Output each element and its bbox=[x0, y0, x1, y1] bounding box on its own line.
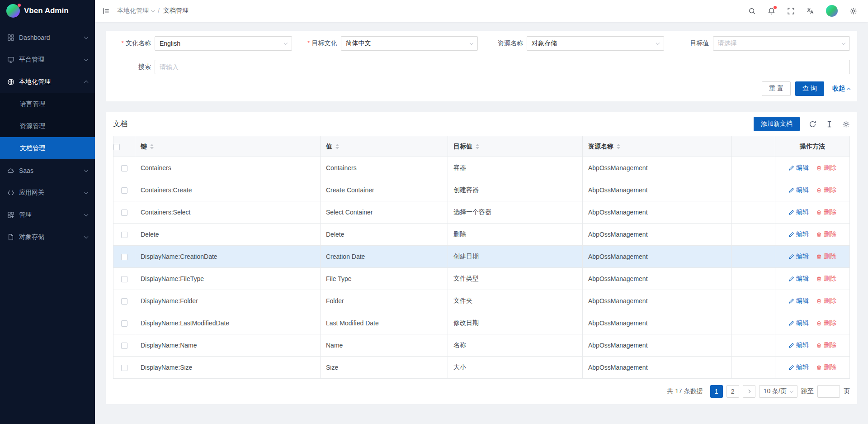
sort-desc-icon[interactable] bbox=[476, 147, 479, 149]
cell-value: Create Container bbox=[321, 179, 448, 201]
delete-button[interactable]: 删除 bbox=[816, 341, 836, 349]
edit-button[interactable]: 编辑 bbox=[788, 252, 809, 261]
row-checkbox[interactable] bbox=[121, 232, 127, 238]
settings-gear-icon[interactable] bbox=[849, 7, 857, 15]
sort-desc-icon[interactable] bbox=[150, 147, 154, 149]
delete-button[interactable]: 删除 bbox=[816, 275, 836, 283]
sort-icon[interactable] bbox=[476, 144, 479, 149]
sidebar-item-gateway[interactable]: 应用网关 bbox=[0, 181, 95, 204]
culture-name-select[interactable]: English bbox=[155, 36, 292, 51]
sidebar-item-localization[interactable]: 本地化管理 bbox=[0, 71, 95, 93]
cell-empty bbox=[732, 157, 775, 179]
fullscreen-icon[interactable] bbox=[787, 7, 795, 15]
edit-button[interactable]: 编辑 bbox=[788, 297, 809, 305]
sidebar-item-document-management[interactable]: 文档管理 bbox=[0, 137, 95, 159]
delete-button[interactable]: 删除 bbox=[816, 252, 836, 261]
sort-asc-icon[interactable] bbox=[150, 144, 154, 146]
target-culture-select[interactable]: 简体中文 bbox=[341, 36, 478, 51]
resource-name-select[interactable]: 对象存储 bbox=[527, 36, 664, 51]
edit-button[interactable]: 编辑 bbox=[788, 341, 809, 349]
filter-field-target-value: 目标值 请选择 bbox=[671, 36, 850, 51]
row-checkbox[interactable] bbox=[121, 276, 127, 282]
column-header-resource[interactable]: 资源名称 bbox=[583, 136, 732, 157]
delete-button[interactable]: 删除 bbox=[816, 186, 836, 194]
page-size-select[interactable]: 10 条/页 bbox=[759, 385, 797, 398]
row-checkbox[interactable] bbox=[121, 187, 127, 194]
sidebar-item-platform[interactable]: 平台管理 bbox=[0, 48, 95, 71]
target-value-select[interactable]: 请选择 bbox=[713, 36, 850, 51]
sort-icon[interactable] bbox=[150, 144, 154, 149]
edit-button[interactable]: 编辑 bbox=[788, 363, 809, 372]
table-row: ContainersContainers容器AbpOssManagement编辑… bbox=[113, 157, 850, 179]
edit-button[interactable]: 编辑 bbox=[788, 164, 809, 172]
cell-target-value: 名称 bbox=[448, 334, 583, 357]
add-document-button[interactable]: 添加新文档 bbox=[754, 117, 800, 131]
search-icon[interactable] bbox=[748, 7, 756, 15]
row-checkbox[interactable] bbox=[121, 210, 127, 216]
delete-button[interactable]: 删除 bbox=[816, 230, 836, 238]
jump-page-input[interactable] bbox=[817, 385, 840, 398]
cell-target-value: 删除 bbox=[448, 224, 583, 246]
delete-button[interactable]: 删除 bbox=[816, 363, 836, 372]
target-culture-label: 目标文化 bbox=[299, 39, 341, 48]
row-checkbox[interactable] bbox=[121, 298, 127, 305]
query-button[interactable]: 查 询 bbox=[795, 81, 824, 96]
row-checkbox[interactable] bbox=[121, 320, 127, 327]
breadcrumb-parent[interactable]: 本地化管理 bbox=[117, 7, 154, 15]
translate-icon[interactable] bbox=[807, 7, 814, 15]
row-height-icon[interactable] bbox=[826, 120, 833, 128]
next-page-button[interactable] bbox=[743, 385, 755, 398]
row-checkbox[interactable] bbox=[121, 365, 127, 371]
sidebar-item-label: Saas bbox=[19, 167, 80, 174]
search-input[interactable] bbox=[155, 60, 850, 74]
delete-button[interactable]: 删除 bbox=[816, 297, 836, 305]
delete-button[interactable]: 删除 bbox=[816, 208, 836, 216]
avatar[interactable] bbox=[826, 5, 838, 17]
sort-icon[interactable] bbox=[617, 144, 620, 149]
edit-button[interactable]: 编辑 bbox=[788, 208, 809, 216]
table-row: DisplayName:CreationDateCreation Date创建日… bbox=[113, 246, 850, 268]
row-checkbox[interactable] bbox=[121, 165, 127, 172]
app-logo[interactable]: Vben Admin bbox=[0, 0, 95, 22]
sort-desc-icon[interactable] bbox=[617, 147, 620, 149]
menu-fold-icon[interactable] bbox=[102, 7, 110, 15]
sidebar-item-object-storage[interactable]: 对象存储 bbox=[0, 226, 95, 248]
sort-asc-icon[interactable] bbox=[335, 144, 339, 146]
sidebar-item-saas[interactable]: Saas bbox=[0, 159, 95, 181]
notification-bell-icon[interactable] bbox=[768, 7, 775, 15]
sidebar-item-management[interactable]: 管理 bbox=[0, 204, 95, 226]
column-header-target-value[interactable]: 目标值 bbox=[448, 136, 583, 157]
column-label: 操作方法 bbox=[800, 143, 825, 150]
delete-button[interactable]: 删除 bbox=[816, 164, 836, 172]
edit-button[interactable]: 编辑 bbox=[788, 275, 809, 283]
refresh-icon[interactable] bbox=[809, 120, 816, 128]
sidebar-item-language-management[interactable]: 语言管理 bbox=[0, 93, 95, 115]
cell-target-value: 文件类型 bbox=[448, 268, 583, 290]
column-header-value[interactable]: 值 bbox=[321, 136, 448, 157]
sort-asc-icon[interactable] bbox=[617, 144, 620, 146]
row-checkbox[interactable] bbox=[121, 254, 127, 260]
sort-asc-icon[interactable] bbox=[476, 144, 479, 146]
select-all-checkbox[interactable] bbox=[113, 144, 120, 150]
edit-button[interactable]: 编辑 bbox=[788, 230, 809, 238]
page-button-2[interactable]: 2 bbox=[726, 385, 739, 398]
cell-empty bbox=[732, 290, 775, 312]
column-settings-gear-icon[interactable] bbox=[842, 120, 850, 128]
page-button-1[interactable]: 1 bbox=[710, 385, 723, 398]
filter-actions: 重 置 查 询 收起 bbox=[113, 81, 850, 96]
row-checkbox[interactable] bbox=[121, 343, 127, 349]
sidebar-item-label: 语言管理 bbox=[20, 100, 45, 108]
edit-button[interactable]: 编辑 bbox=[788, 186, 809, 194]
column-header-key[interactable]: 键 bbox=[135, 136, 321, 157]
edit-button[interactable]: 编辑 bbox=[788, 319, 809, 327]
column-header-empty bbox=[732, 136, 775, 157]
sidebar-item-dashboard[interactable]: Dashboard bbox=[0, 26, 95, 48]
chevron-down-icon bbox=[84, 34, 89, 39]
sort-desc-icon[interactable] bbox=[335, 147, 339, 149]
collapse-toggle[interactable]: 收起 bbox=[832, 85, 850, 93]
sort-icon[interactable] bbox=[335, 144, 339, 149]
cell-empty bbox=[732, 268, 775, 290]
sidebar-item-resource-management[interactable]: 资源管理 bbox=[0, 115, 95, 137]
delete-button[interactable]: 删除 bbox=[816, 319, 836, 327]
reset-button[interactable]: 重 置 bbox=[762, 81, 791, 96]
